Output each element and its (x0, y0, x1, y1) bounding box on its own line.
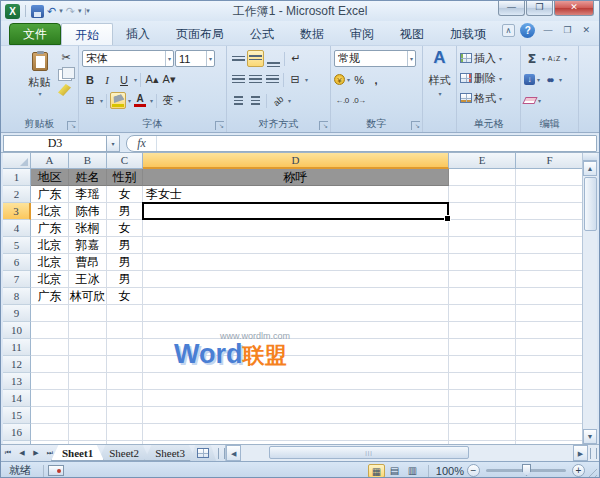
font-color-button[interactable]: A (132, 92, 148, 109)
cell-E1[interactable] (449, 169, 516, 186)
view-page-break-button[interactable]: ▥ (404, 464, 421, 478)
row-header-13[interactable]: 13 (3, 373, 31, 390)
column-header-E[interactable]: E (449, 153, 516, 169)
scroll-down-icon[interactable]: ▼ (583, 429, 597, 444)
clear-dropdown-icon[interactable]: ▾ (538, 97, 541, 104)
cell-A5[interactable]: 北京 (31, 237, 69, 254)
insert-dropdown-icon[interactable]: ▾ (499, 55, 502, 62)
cell-C10[interactable] (107, 322, 143, 339)
minimize-button[interactable]: — (498, 1, 525, 16)
cell-A15[interactable] (31, 407, 69, 424)
fill-button[interactable]: ↓ (524, 74, 535, 85)
row-header-9[interactable]: 9 (3, 305, 31, 322)
cell-F4[interactable] (516, 220, 584, 237)
cell-C16[interactable] (107, 424, 143, 441)
sheet-tab-Sheet2[interactable]: Sheet2 (98, 445, 150, 461)
paste-button[interactable]: 粘贴 ▾ (23, 49, 57, 111)
cell-E15[interactable] (449, 407, 516, 424)
doc-restore-button[interactable]: ❐ (560, 24, 574, 37)
horizontal-split-handle[interactable] (590, 448, 597, 459)
align-top-button[interactable] (230, 50, 246, 67)
align-center-button[interactable] (247, 71, 263, 88)
cell-B3[interactable]: 陈伟 (69, 203, 107, 220)
cell-C2[interactable]: 女 (107, 186, 143, 203)
cell-D6[interactable] (143, 254, 449, 271)
zoom-slider-track[interactable] (486, 469, 566, 472)
column-header-F[interactable]: F (516, 153, 584, 169)
accounting-dropdown-icon[interactable]: ▾ (347, 76, 350, 83)
cell-D4[interactable] (143, 220, 449, 237)
number-format-select[interactable]: 常规 ▾ (334, 50, 416, 67)
styles-dropdown-icon[interactable]: ▾ (427, 90, 453, 97)
tab-视图[interactable]: 视图 (387, 23, 437, 45)
insert-cells-button[interactable]: 插入 ▾ (460, 48, 517, 68)
cell-A16[interactable] (31, 424, 69, 441)
cell-B5[interactable]: 郭嘉 (69, 237, 107, 254)
cell-A6[interactable]: 北京 (31, 254, 69, 271)
row-header-12[interactable]: 12 (3, 356, 31, 373)
cell-B13[interactable] (69, 373, 107, 390)
maximize-button[interactable]: ❐ (526, 1, 553, 16)
row-header-14[interactable]: 14 (3, 390, 31, 407)
row-header-10[interactable]: 10 (3, 322, 31, 339)
cell-F8[interactable] (516, 288, 584, 305)
chevron-down-icon[interactable]: ▾ (206, 51, 214, 66)
font-size-select[interactable]: 11 ▾ (175, 50, 215, 67)
cell-A7[interactable]: 北京 (31, 271, 69, 288)
qat-customize-icon[interactable]: |▾ (84, 7, 89, 15)
autosum-button[interactable]: Σ (524, 50, 540, 67)
cell-B7[interactable]: 王冰 (69, 271, 107, 288)
font-color-dropdown-icon[interactable]: ▾ (150, 97, 153, 104)
cell-A12[interactable] (31, 356, 69, 373)
row-header-7[interactable]: 7 (3, 271, 31, 288)
row-header-11[interactable]: 11 (3, 339, 31, 356)
doc-close-button[interactable]: ✕ (579, 24, 593, 37)
vertical-scrollbar[interactable]: ▲ ▼ (582, 153, 597, 444)
decrease-decimal-button[interactable]: .0→ (351, 92, 367, 109)
underline-button[interactable]: U (116, 71, 132, 88)
cell-C1[interactable]: 性别 (107, 169, 143, 186)
zoom-slider-thumb[interactable] (522, 464, 531, 476)
merge-dropdown-icon[interactable]: ▾ (305, 76, 308, 83)
column-header-B[interactable]: B (69, 153, 107, 169)
accounting-format-icon[interactable]: ¥ (334, 74, 345, 85)
cell-E9[interactable] (449, 305, 516, 322)
sheet-tab-Sheet1[interactable]: Sheet1 (51, 445, 104, 461)
cell-D1[interactable]: 称呼 (143, 169, 449, 186)
cell-F14[interactable] (516, 390, 584, 407)
zoom-in-icon[interactable]: + (572, 464, 585, 477)
cell-E6[interactable] (449, 254, 516, 271)
cell-E3[interactable] (449, 203, 516, 220)
cell-B16[interactable] (69, 424, 107, 441)
help-icon[interactable]: ? (520, 23, 535, 38)
cell-C12[interactable] (107, 356, 143, 373)
fill-color-dropdown-icon[interactable]: ▾ (128, 97, 131, 104)
cell-A4[interactable]: 广东 (31, 220, 69, 237)
borders-dropdown-icon[interactable]: ▾ (100, 97, 103, 104)
cell-A1[interactable]: 地区 (31, 169, 69, 186)
merge-center-button[interactable]: ⊟ (287, 71, 303, 88)
cell-E12[interactable] (449, 356, 516, 373)
collapse-ribbon-icon[interactable]: ∧ (502, 24, 516, 37)
tab-scrollbar-splitter[interactable] (218, 448, 225, 459)
cell-B10[interactable] (69, 322, 107, 339)
column-header-A[interactable]: A (31, 153, 69, 169)
chevron-down-icon[interactable]: ▾ (165, 51, 173, 66)
sort-dropdown-icon[interactable]: ▾ (564, 55, 567, 62)
formula-input[interactable] (157, 136, 596, 151)
align-right-button[interactable] (264, 71, 280, 88)
row-header-15[interactable]: 15 (3, 407, 31, 424)
borders-button[interactable]: ⊞ (82, 92, 98, 109)
fill-dropdown-icon[interactable]: ▾ (537, 76, 540, 83)
cell-F12[interactable] (516, 356, 584, 373)
cell-B4[interactable]: 张桐 (69, 220, 107, 237)
undo-dropdown-icon[interactable]: ▾ (59, 7, 63, 15)
align-bottom-button[interactable] (265, 50, 281, 67)
tab-加载项[interactable]: 加载项 (437, 23, 499, 45)
horizontal-scroll-track[interactable]: ||| (241, 445, 573, 461)
cell-F1[interactable] (516, 169, 584, 186)
cell-E2[interactable] (449, 186, 516, 203)
column-header-D[interactable]: D (143, 153, 449, 169)
view-normal-button[interactable]: ▦ (368, 464, 385, 478)
cell-C13[interactable] (107, 373, 143, 390)
